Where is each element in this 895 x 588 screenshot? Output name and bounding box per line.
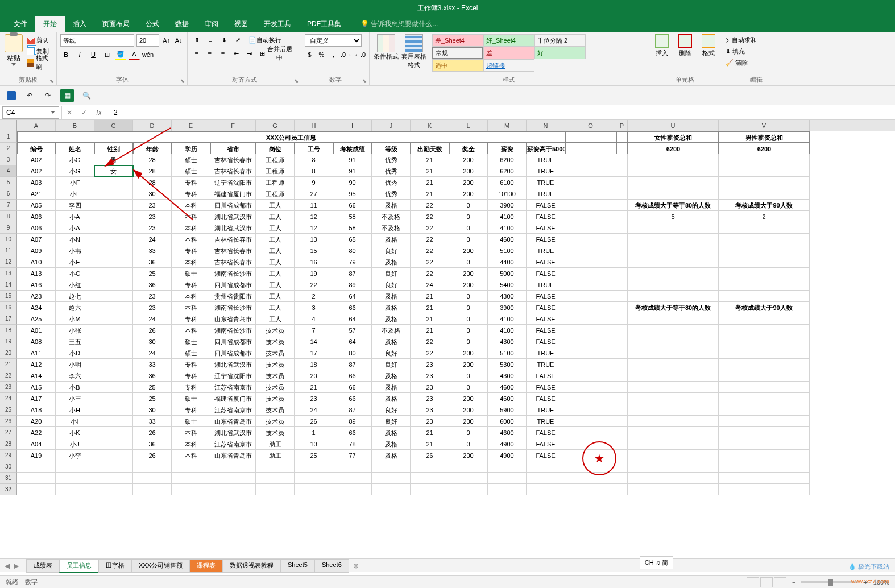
cell[interactable]: 3900 bbox=[488, 302, 527, 313]
cell[interactable]: 李四 bbox=[56, 200, 94, 211]
cell[interactable] bbox=[94, 438, 133, 450]
cell[interactable]: 0 bbox=[449, 336, 488, 347]
cell[interactable] bbox=[449, 461, 488, 473]
cell[interactable]: 200 bbox=[449, 404, 488, 416]
cell[interactable]: 0 bbox=[449, 325, 488, 336]
cell[interactable]: 24 bbox=[295, 404, 333, 416]
cell[interactable] bbox=[565, 131, 616, 143]
style-thousand[interactable]: 千位分隔 2 bbox=[534, 34, 586, 47]
cell[interactable]: 0 bbox=[449, 222, 488, 234]
cell[interactable]: 工程师 bbox=[256, 154, 295, 165]
cell[interactable]: TRUE bbox=[527, 245, 565, 256]
cell[interactable] bbox=[616, 302, 628, 313]
cell[interactable]: 22 bbox=[411, 336, 449, 347]
conditional-format-button[interactable]: 条件格式 bbox=[373, 34, 399, 72]
cell[interactable] bbox=[333, 461, 372, 473]
cell[interactable]: 考核成绩大于等于80的人数 bbox=[628, 302, 719, 313]
cell[interactable] bbox=[565, 177, 616, 188]
cell[interactable] bbox=[628, 370, 719, 382]
cell[interactable]: 23 bbox=[133, 222, 172, 234]
cell[interactable]: 4400 bbox=[488, 256, 527, 268]
cell[interactable]: 25 bbox=[133, 268, 172, 279]
fill-button[interactable]: ⬇ 填充 bbox=[726, 45, 786, 57]
cell[interactable] bbox=[172, 473, 210, 484]
cell[interactable] bbox=[719, 359, 810, 370]
sheet-tab[interactable]: XXX公司销售额 bbox=[131, 559, 190, 573]
cell[interactable]: 工人 bbox=[256, 256, 295, 268]
cell[interactable]: 湖南省长沙市 bbox=[210, 302, 256, 313]
cell[interactable]: 0 bbox=[449, 370, 488, 382]
sheet-tab[interactable]: 数据透视表教程 bbox=[222, 559, 281, 573]
cell[interactable] bbox=[565, 347, 616, 359]
cell[interactable]: 36 bbox=[133, 370, 172, 382]
row-header[interactable]: 24 bbox=[0, 393, 17, 404]
cell[interactable] bbox=[56, 473, 94, 484]
sheet-tab[interactable]: 成绩表 bbox=[26, 559, 60, 573]
cell[interactable]: FALSE bbox=[527, 370, 565, 382]
cell[interactable]: 男 bbox=[94, 154, 133, 165]
cell[interactable] bbox=[616, 404, 628, 416]
cell[interactable]: 8 bbox=[295, 154, 333, 165]
cell[interactable]: 10100 bbox=[488, 188, 527, 200]
cell[interactable] bbox=[719, 370, 810, 382]
cell[interactable] bbox=[94, 188, 133, 200]
cell[interactable]: 编号 bbox=[17, 143, 56, 154]
cell[interactable]: 技术员 bbox=[256, 427, 295, 438]
cell[interactable] bbox=[172, 484, 210, 495]
cell[interactable]: 专科 bbox=[172, 279, 210, 291]
cell[interactable]: 30 bbox=[133, 188, 172, 200]
cell[interactable]: 7 bbox=[295, 325, 333, 336]
tab-view[interactable]: 视图 bbox=[226, 16, 256, 32]
cell[interactable]: 专科 bbox=[172, 245, 210, 256]
column-header[interactable]: I bbox=[333, 120, 372, 131]
cell[interactable]: 22 bbox=[411, 347, 449, 359]
currency-button[interactable]: $ bbox=[305, 49, 314, 60]
tab-insert[interactable]: 插入 bbox=[65, 16, 94, 32]
cell[interactable] bbox=[565, 245, 616, 256]
cell[interactable] bbox=[565, 279, 616, 291]
cell[interactable]: 本科 bbox=[172, 291, 210, 302]
row-header[interactable]: 12 bbox=[0, 256, 17, 268]
cell[interactable]: TRUE bbox=[527, 188, 565, 200]
cell[interactable]: A17 bbox=[17, 393, 56, 404]
cell[interactable]: 工程师 bbox=[256, 188, 295, 200]
row-header[interactable]: 1 bbox=[0, 131, 17, 143]
cell[interactable]: 湖北省武汉市 bbox=[210, 211, 256, 222]
cell[interactable] bbox=[719, 234, 810, 245]
cell[interactable]: 21 bbox=[411, 313, 449, 325]
cell[interactable]: 技术员 bbox=[256, 325, 295, 336]
cell[interactable]: 10 bbox=[295, 438, 333, 450]
cell[interactable]: 21 bbox=[411, 188, 449, 200]
row-header[interactable]: 8 bbox=[0, 211, 17, 222]
underline-button[interactable]: U bbox=[88, 49, 99, 60]
column-header[interactable]: N bbox=[527, 120, 565, 131]
cell[interactable]: 辽宁省沈阳市 bbox=[210, 177, 256, 188]
column-header[interactable]: O bbox=[565, 120, 616, 131]
row-header[interactable]: 3 bbox=[0, 154, 17, 165]
cell[interactable]: 女 bbox=[94, 165, 133, 177]
cell[interactable]: 0 bbox=[449, 256, 488, 268]
cell[interactable]: 本科 bbox=[172, 211, 210, 222]
cell[interactable]: 小F bbox=[56, 177, 94, 188]
tell-me-search[interactable]: 💡 告诉我您想要做什么... bbox=[361, 19, 438, 29]
cell[interactable]: 3900 bbox=[488, 200, 527, 211]
cell[interactable] bbox=[94, 302, 133, 313]
cell[interactable]: 200 bbox=[449, 416, 488, 427]
phonetic-button[interactable]: wén bbox=[142, 49, 154, 60]
print-preview-button[interactable]: 🔍 bbox=[81, 90, 92, 101]
column-header[interactable]: A bbox=[17, 120, 56, 131]
cell[interactable]: TRUE bbox=[527, 165, 565, 177]
cell[interactable] bbox=[628, 404, 719, 416]
cell[interactable]: TRUE bbox=[527, 154, 565, 165]
cell[interactable]: 23 bbox=[411, 393, 449, 404]
cell[interactable]: 技术员 bbox=[256, 370, 295, 382]
cell[interactable]: 本科 bbox=[172, 325, 210, 336]
cell[interactable] bbox=[372, 473, 411, 484]
cell[interactable] bbox=[94, 382, 133, 393]
cell[interactable] bbox=[719, 313, 810, 325]
tab-data[interactable]: 数据 bbox=[167, 16, 197, 32]
cell[interactable]: 及格 bbox=[372, 438, 411, 450]
cell[interactable]: 4900 bbox=[488, 450, 527, 461]
cell[interactable]: 27 bbox=[295, 188, 333, 200]
cell[interactable] bbox=[94, 256, 133, 268]
